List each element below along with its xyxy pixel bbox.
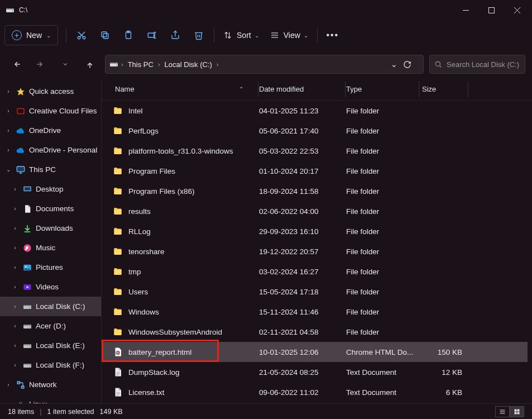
sidebar-item-local-disk-f-[interactable]: ›Local Disk (F:) bbox=[0, 355, 101, 375]
sidebar-item-network[interactable]: ›Network bbox=[0, 375, 101, 394]
breadcrumb-drive[interactable]: Local Disk (C:) bbox=[161, 55, 215, 73]
titlebar: C:\ bbox=[0, 0, 532, 20]
up-button[interactable] bbox=[80, 55, 99, 74]
minimize-button[interactable] bbox=[453, 0, 478, 20]
sidebar-item-downloads[interactable]: ›Downloads bbox=[0, 218, 101, 238]
sidebar-item-linux[interactable]: ›Linux bbox=[0, 394, 101, 403]
folder-icon bbox=[113, 287, 123, 297]
folder-icon bbox=[113, 246, 123, 256]
file-type: File folder bbox=[346, 308, 420, 316]
view-icons-toggle[interactable] bbox=[510, 406, 524, 417]
file-row[interactable]: tmp03-02-2024 16:27File folder bbox=[102, 261, 528, 282]
file-type: File folder bbox=[346, 207, 420, 216]
file-row[interactable]: RLLog29-09-2023 16:10File folder bbox=[102, 221, 528, 241]
copy-button[interactable] bbox=[93, 25, 117, 45]
file-type: File folder bbox=[346, 147, 420, 155]
chevron-icon: › bbox=[4, 401, 12, 403]
view-button[interactable]: View ⌄ bbox=[265, 25, 314, 45]
column-headers: Name ⌃ Date modified Type Size bbox=[102, 78, 532, 101]
sidebar-item-onedrive-personal[interactable]: ›OneDrive - Personal bbox=[0, 140, 101, 160]
file-row[interactable]: License.txt09-06-2022 11:02Text Document… bbox=[102, 382, 528, 402]
breadcrumb-this-pc[interactable]: This PC bbox=[124, 55, 157, 73]
chevron-icon: ⌄ bbox=[4, 166, 12, 173]
file-row[interactable]: tenorshare19-12-2022 20:57File folder bbox=[102, 241, 528, 261]
file-row[interactable]: WindowsSubsystemAndroid02-11-2021 04:58F… bbox=[102, 322, 528, 342]
svg-rect-81 bbox=[517, 412, 520, 414]
back-button[interactable] bbox=[7, 55, 26, 74]
file-rows[interactable]: Intel04-01-2025 11:23File folderPerfLogs… bbox=[102, 101, 528, 403]
file-row[interactable]: Windows15-11-2024 11:46File folder bbox=[102, 302, 528, 322]
file-name: PerfLogs bbox=[128, 127, 159, 135]
svg-rect-35 bbox=[18, 109, 24, 113]
video-icon bbox=[22, 282, 32, 292]
sort-button[interactable]: Sort ⌄ bbox=[218, 25, 265, 45]
sidebar-item-label: Downloads bbox=[36, 224, 73, 232]
sidebar-item-creative-cloud-files[interactable]: ›Creative Cloud Files bbox=[0, 101, 101, 121]
view-details-toggle[interactable] bbox=[495, 406, 510, 417]
sidebar-item-label: Music bbox=[36, 244, 55, 252]
search-input[interactable]: Search Local Disk (C:) bbox=[429, 55, 525, 74]
svg-rect-79 bbox=[517, 409, 520, 411]
close-button[interactable] bbox=[504, 0, 530, 20]
file-row[interactable]: platform-tools_r31.0.3-windows05-03-2022… bbox=[102, 141, 528, 161]
sidebar-item-pictures[interactable]: ›Pictures bbox=[0, 258, 101, 277]
column-date[interactable]: Date modified bbox=[259, 85, 346, 93]
file-date: 03-02-2024 16:27 bbox=[259, 268, 346, 276]
chevron-right-icon[interactable]: › bbox=[157, 61, 161, 68]
chevron-right-icon[interactable]: › bbox=[120, 61, 124, 68]
sidebar-item-quick-access[interactable]: ›Quick access bbox=[0, 82, 101, 101]
share-button[interactable] bbox=[164, 25, 187, 45]
sidebar-item-desktop[interactable]: ›Desktop bbox=[0, 179, 101, 199]
more-button[interactable]: ••• bbox=[321, 25, 344, 45]
file-name: results bbox=[128, 207, 151, 216]
new-button[interactable]: + New ⌄ bbox=[4, 25, 58, 45]
file-name: Intel bbox=[128, 107, 143, 115]
status-item-count: 18 items bbox=[8, 408, 34, 416]
cut-button[interactable] bbox=[70, 25, 93, 45]
file-date: 02-11-2021 04:58 bbox=[259, 328, 346, 336]
file-row[interactable]: Users15-05-2024 17:18File folder bbox=[102, 282, 528, 302]
sidebar-item-label: Linux bbox=[29, 400, 47, 403]
address-bar[interactable]: › This PC › Local Disk (C:) › ⌄ bbox=[105, 55, 424, 74]
chevron-down-icon: ⌄ bbox=[255, 32, 259, 39]
svg-point-2 bbox=[12, 11, 13, 12]
maximize-button[interactable] bbox=[478, 0, 504, 20]
chevron-right-icon[interactable]: › bbox=[215, 61, 220, 68]
chevron-icon: › bbox=[4, 108, 12, 114]
column-size[interactable]: Size bbox=[420, 85, 469, 93]
trash-icon bbox=[194, 30, 204, 40]
text-icon bbox=[113, 387, 123, 397]
file-row[interactable]: PerfLogs05-06-2021 17:40File folder bbox=[102, 121, 528, 141]
paste-button[interactable] bbox=[117, 25, 140, 45]
copy-icon bbox=[100, 30, 110, 40]
sidebar-item-acer-d-[interactable]: ›Acer (D:) bbox=[0, 316, 101, 336]
rename-button[interactable] bbox=[140, 25, 164, 45]
sidebar-item-music[interactable]: ›Music bbox=[0, 238, 101, 258]
sidebar-item-this-pc[interactable]: ⌄This PC bbox=[0, 160, 101, 179]
delete-button[interactable] bbox=[187, 25, 210, 45]
drive-icon bbox=[108, 60, 120, 69]
refresh-button[interactable] bbox=[403, 60, 421, 69]
file-row[interactable]: Program Files (x86)18-09-2024 11:58File … bbox=[102, 181, 528, 201]
column-name[interactable]: Name ⌃ bbox=[113, 85, 259, 93]
file-row[interactable]: battery_report.html10-01-2025 12:06Chrom… bbox=[102, 342, 528, 362]
svg-point-56 bbox=[30, 346, 31, 347]
sidebar-item-local-disk-e-[interactable]: ›Local Disk (E:) bbox=[0, 336, 101, 355]
file-row[interactable]: DumpStack.log21-05-2024 08:25Text Docume… bbox=[102, 362, 528, 382]
sidebar-item-local-disk-c-[interactable]: ›Local Disk (C:) bbox=[0, 297, 101, 316]
sidebar-item-documents[interactable]: ›Documents bbox=[0, 199, 101, 218]
chevron-icon: › bbox=[11, 245, 19, 251]
address-dropdown[interactable]: ⌄ bbox=[385, 60, 403, 69]
column-type[interactable]: Type bbox=[346, 85, 420, 93]
folder-icon bbox=[113, 166, 123, 176]
forward-button[interactable] bbox=[31, 55, 50, 74]
file-type: Chrome HTML Do... bbox=[346, 348, 420, 356]
sidebar-item-onedrive[interactable]: ›OneDrive bbox=[0, 121, 101, 140]
sidebar-item-videos[interactable]: ›Videos bbox=[0, 277, 101, 297]
file-date: 10-01-2025 12:06 bbox=[259, 348, 346, 356]
recent-button[interactable] bbox=[56, 55, 75, 74]
folder-icon bbox=[113, 266, 123, 277]
file-row[interactable]: Intel04-01-2025 11:23File folder bbox=[102, 101, 528, 121]
file-row[interactable]: results02-06-2022 04:00File folder bbox=[102, 201, 528, 221]
file-row[interactable]: Program Files01-10-2024 20:17File folder bbox=[102, 161, 528, 181]
